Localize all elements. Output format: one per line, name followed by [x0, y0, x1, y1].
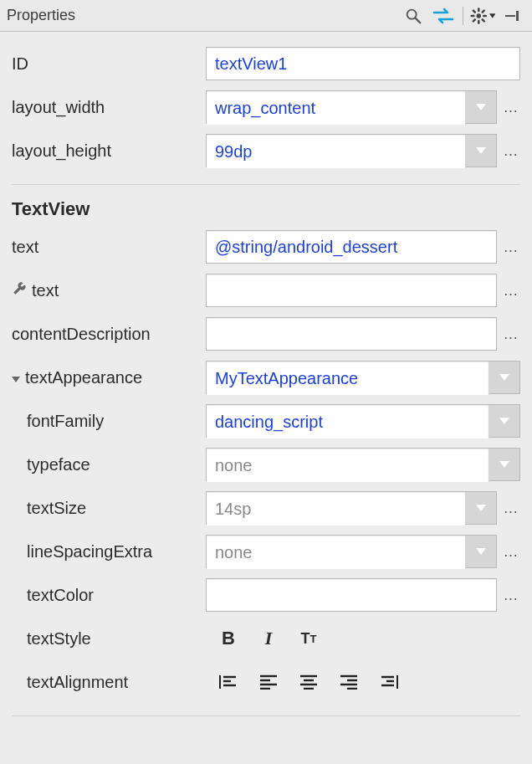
input-text-appearance[interactable]: MyTextAppearance: [207, 361, 489, 395]
label-id: ID: [12, 54, 206, 74]
svg-line-10: [473, 19, 475, 21]
row-layout-height: layout_height 99dp …: [12, 129, 520, 172]
row-text-size: textSize 14sp …: [12, 486, 520, 530]
input-tools-text[interactable]: [206, 274, 497, 307]
more-button[interactable]: …: [502, 500, 520, 517]
label-text-style: textStyle: [12, 629, 206, 649]
allcaps-toggle[interactable]: TT: [294, 626, 323, 651]
input-id[interactable]: textView1: [206, 47, 520, 80]
label-line-spacing: lineSpacingExtra: [12, 542, 206, 561]
chevron-down-icon[interactable]: [466, 492, 496, 524]
combo-line-spacing[interactable]: none: [206, 535, 497, 568]
label-tools-text-text: text: [32, 281, 59, 300]
more-button[interactable]: …: [502, 587, 520, 604]
input-text[interactable]: @string/android_dessert: [206, 230, 497, 264]
search-icon[interactable]: [401, 4, 426, 28]
label-text-color: textColor: [12, 586, 206, 605]
combo-typeface[interactable]: none: [206, 448, 520, 481]
input-text-color[interactable]: [206, 578, 497, 612]
row-tools-text: text …: [12, 269, 520, 312]
label-layout-width: layout_width: [12, 98, 206, 117]
chevron-down-icon[interactable]: [489, 449, 519, 480]
panel-title: Properties: [7, 7, 401, 24]
row-id: ID textView1: [12, 42, 520, 85]
label-text-appearance: textAppearance: [12, 368, 206, 387]
label-tools-text: text: [12, 281, 206, 300]
label-text-alignment: textAlignment: [12, 673, 206, 692]
svg-line-7: [473, 10, 475, 12]
combo-font-family[interactable]: dancing_script: [206, 404, 520, 438]
chevron-down-icon[interactable]: [466, 135, 496, 167]
label-typeface: typeface: [12, 455, 206, 474]
row-text: text @string/android_dessert …: [12, 225, 520, 269]
label-text-size: textSize: [12, 499, 206, 518]
label-content-description: contentDescription: [12, 325, 206, 344]
more-button[interactable]: …: [502, 543, 520, 561]
gear-icon[interactable]: [470, 4, 495, 28]
row-text-color: textColor …: [12, 573, 520, 617]
more-button[interactable]: …: [502, 142, 520, 160]
input-typeface[interactable]: none: [207, 449, 489, 482]
row-content-description: contentDescription …: [12, 312, 520, 356]
chevron-down-icon[interactable]: [466, 91, 496, 123]
label-text-appearance-text: textAppearance: [25, 368, 142, 387]
label-text: text: [12, 238, 206, 257]
chevron-down-icon[interactable]: [489, 405, 519, 437]
combo-layout-width[interactable]: wrap_content: [206, 90, 497, 124]
row-text-style: textStyle B I TT: [12, 617, 520, 660]
input-content-description[interactable]: [206, 317, 497, 351]
input-text-size[interactable]: 14sp: [207, 492, 466, 526]
row-text-appearance: textAppearance MyTextAppearance: [12, 356, 520, 399]
label-font-family: fontFamily: [12, 412, 206, 431]
align-view-start-icon[interactable]: [214, 669, 243, 695]
more-button[interactable]: …: [502, 99, 520, 116]
row-line-spacing: lineSpacingExtra none …: [12, 530, 520, 573]
svg-line-9: [483, 10, 484, 12]
titlebar-tools: [401, 4, 525, 28]
expand-icon[interactable]: [12, 368, 20, 387]
input-font-family[interactable]: dancing_script: [207, 405, 489, 438]
input-line-spacing[interactable]: none: [207, 536, 466, 569]
section-title: TextView: [12, 193, 520, 225]
svg-line-1: [416, 18, 421, 23]
wrench-icon: [12, 281, 27, 300]
svg-line-8: [483, 19, 484, 21]
row-font-family: fontFamily dancing_script: [12, 399, 520, 443]
combo-layout-height[interactable]: 99dp: [206, 134, 497, 167]
italic-toggle[interactable]: I: [254, 626, 283, 651]
divider: [12, 184, 520, 185]
row-layout-width: layout_width wrap_content …: [12, 85, 520, 129]
separator: [463, 7, 463, 25]
row-text-alignment: textAlignment: [12, 660, 520, 704]
titlebar: Properties: [0, 0, 532, 32]
input-layout-width[interactable]: wrap_content: [207, 91, 466, 125]
combo-text-appearance[interactable]: MyTextAppearance: [206, 361, 520, 394]
input-layout-height[interactable]: 99dp: [207, 135, 466, 168]
minimize-icon[interactable]: [500, 4, 525, 28]
align-center-icon[interactable]: [294, 669, 323, 695]
combo-text-size[interactable]: 14sp: [206, 491, 497, 525]
more-button[interactable]: …: [502, 238, 520, 256]
properties-panel: ID textView1 layout_width wrap_content ……: [0, 32, 532, 728]
bold-toggle[interactable]: B: [214, 626, 243, 651]
label-layout-height: layout_height: [12, 141, 206, 161]
svg-point-2: [477, 13, 481, 18]
align-start-icon[interactable]: [254, 669, 283, 695]
align-view-end-icon[interactable]: [375, 669, 403, 695]
more-button[interactable]: …: [502, 326, 520, 343]
divider: [12, 715, 520, 716]
swap-icon[interactable]: [431, 4, 456, 28]
svg-rect-12: [516, 11, 519, 21]
chevron-down-icon[interactable]: [466, 536, 496, 567]
row-typeface: typeface none: [12, 443, 520, 486]
more-button[interactable]: …: [502, 282, 520, 300]
align-end-icon[interactable]: [335, 669, 363, 695]
chevron-down-icon[interactable]: [489, 361, 519, 393]
